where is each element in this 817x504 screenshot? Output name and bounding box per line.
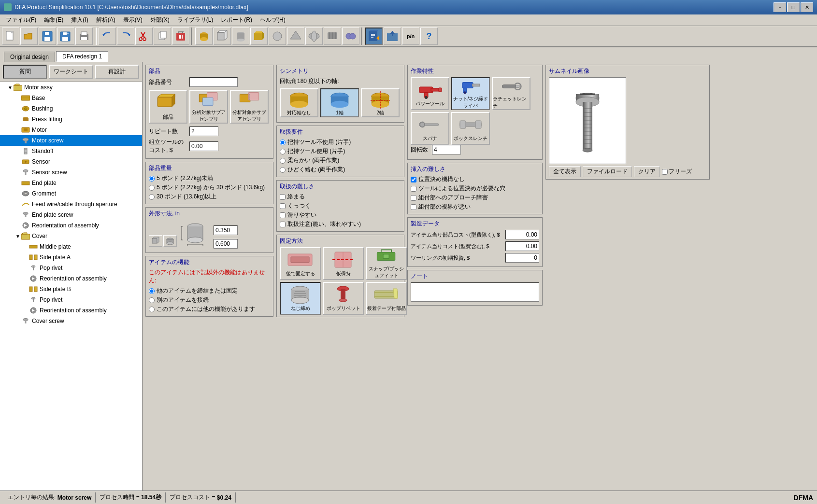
tree-item-standoff[interactable]: ▶ Standoff	[0, 146, 142, 156]
tree-item-motor[interactable]: ▶ Motor	[0, 125, 142, 135]
menu-external[interactable]: 外部(X)	[146, 15, 173, 25]
weight-radio-3[interactable]	[149, 194, 155, 200]
diff-check-1[interactable]	[280, 194, 286, 200]
rotation-input[interactable]	[432, 145, 461, 154]
toolbar-save[interactable]	[39, 28, 56, 45]
fasten-tape-btn[interactable]: 接着テープ付部品	[366, 282, 407, 315]
tree-item-pop-rivet2[interactable]: ▶ Pop rivet	[0, 294, 142, 305]
handling-option-4[interactable]: ひどく絡む (両手作業)	[280, 166, 401, 174]
insert-option-4[interactable]: 組付部の視界が悪い	[411, 203, 539, 211]
ext-assy-icon-btn[interactable]: 分析対象外サブアセンブリ	[230, 90, 269, 124]
menu-library[interactable]: ライブラリ(L)	[173, 15, 217, 25]
tree-item-base[interactable]: ▶ Base	[0, 93, 142, 103]
mfr-input-2[interactable]	[505, 241, 539, 251]
mfr-input-1[interactable]	[505, 230, 539, 239]
handling-option-3[interactable]: 柔らかい (両手作業)	[280, 156, 401, 165]
insert-check-3[interactable]	[411, 195, 416, 201]
tree-item-reorientation3[interactable]: ▶ Reorientation of assembly	[0, 305, 142, 316]
toolbar-3d-9[interactable]	[342, 28, 359, 45]
freeze-container[interactable]: フリーズ	[662, 166, 692, 177]
handling-radio-3[interactable]	[280, 158, 286, 164]
weight-option-3[interactable]: 30 ポンド (13.6kg)以上	[149, 193, 270, 201]
handling-radio-2[interactable]	[280, 149, 286, 154]
tree-item-reorientation1[interactable]: ▶ Reorientation of assembly	[0, 220, 142, 231]
handling-radio-1[interactable]	[280, 140, 286, 145]
menu-view[interactable]: 表示(V)	[119, 15, 146, 25]
tree-item-cover[interactable]: ▼ Cover	[0, 231, 142, 241]
work-nut-btn[interactable]: ナット/ネジ締ドライバ	[451, 77, 490, 110]
func-radio-2[interactable]	[149, 297, 155, 303]
show-all-btn[interactable]: 全て表示	[549, 166, 581, 177]
insert-check-4[interactable]	[411, 204, 416, 210]
tree-item-bushing[interactable]: ▶ Bushing	[0, 103, 142, 114]
insert-option-1[interactable]: 位置決め機構なし	[411, 175, 539, 183]
fasten-snap-btn[interactable]: スナップ/プッシュフィット	[366, 247, 407, 280]
work-wrench-btn[interactable]: スパナ	[411, 112, 449, 145]
menu-analyze[interactable]: 解析(A)	[92, 15, 119, 25]
tree-item-motor-assy[interactable]: ▼ Motor assy	[0, 82, 142, 93]
toolbar-print[interactable]	[75, 28, 93, 45]
toolbar-3d-5[interactable]	[269, 28, 286, 45]
fasten-temp-btn[interactable]: 仮保持	[323, 247, 364, 280]
sub-assy-icon-btn[interactable]: 分析対象サブアセンブリ	[189, 90, 228, 124]
work-ratchet-btn[interactable]: ラチェットレンチ	[492, 77, 530, 110]
toolbar-copy[interactable]	[154, 28, 171, 45]
shape-view-btn-1[interactable]	[149, 235, 162, 247]
toolbar-3d-7[interactable]	[305, 28, 323, 45]
tree-item-grommet[interactable]: ▶ Grommet	[0, 188, 142, 199]
toolbar-delete[interactable]	[172, 28, 189, 45]
diff-option-3[interactable]: 滑りやすい	[280, 211, 401, 219]
handling-radio-4[interactable]	[280, 167, 286, 173]
handling-option-1[interactable]: 把持ツール不使用 (片手)	[280, 138, 401, 146]
nav-worksheet-btn[interactable]: ワークシート	[49, 65, 93, 79]
toolbar-active-btn[interactable]	[365, 28, 383, 45]
func-radio-3[interactable]	[149, 307, 155, 312]
menu-file[interactable]: ファイル(F)	[2, 15, 40, 25]
part-icon-btn[interactable]: 部品	[149, 90, 187, 124]
func-option-1[interactable]: 他のアイテムを締結または固定	[149, 287, 270, 295]
fasten-screw-btn[interactable]: ねじ締め	[280, 282, 321, 315]
menu-edit[interactable]: 編集(E)	[40, 15, 67, 25]
func-option-2[interactable]: 別のアイテムを接続	[149, 296, 270, 304]
menu-insert[interactable]: 挿入(I)	[67, 15, 92, 25]
func-radio-1[interactable]	[149, 288, 155, 294]
toolbar-open[interactable]	[20, 28, 38, 45]
mfr-input-3[interactable]	[505, 253, 539, 263]
close-button[interactable]: ✕	[801, 2, 813, 12]
titlebar-controls[interactable]: － □ ✕	[774, 2, 813, 12]
diff-check-3[interactable]	[280, 212, 286, 218]
repeat-input[interactable]	[189, 126, 218, 136]
toolbar-new[interactable]	[2, 28, 19, 45]
tab-dfa-redesign[interactable]: DFA redesign 1	[56, 51, 108, 62]
toolbar-3d-6[interactable]	[287, 28, 304, 45]
fasten-later-btn[interactable]: 後で固定する	[280, 247, 321, 280]
shape-view-btn-2[interactable]	[163, 235, 177, 247]
tree-item-cover-screw[interactable]: ▶ Cover screw	[0, 316, 142, 326]
sym-no-axis-btn[interactable]: 対応軸なし	[280, 88, 318, 117]
toolbar-3d-8[interactable]	[324, 28, 341, 45]
sym-2axis-btn[interactable]: 2軸	[361, 88, 400, 117]
tree-item-press-fitting[interactable]: ▶ Press fitting	[0, 114, 142, 125]
tree-item-feed-wire[interactable]: ▶ Feed wire/cable through aperture	[0, 199, 142, 210]
tree-item-side-plate-b[interactable]: ▶ Side plate B	[0, 284, 142, 294]
toolbar-saveas[interactable]: +	[57, 28, 74, 45]
notes-textarea[interactable]	[411, 282, 539, 302]
menu-report[interactable]: レポート(R)	[217, 15, 256, 25]
tree-item-middle-plate[interactable]: ▶ Middle plate	[0, 241, 142, 252]
diff-check-4[interactable]	[280, 222, 286, 227]
toolbar-pn[interactable]: p/n	[402, 28, 419, 45]
tab-original-design[interactable]: Original design	[4, 52, 55, 62]
tree-item-motor-screw[interactable]: ▶ Motor screw	[0, 135, 142, 146]
weight-radio-1[interactable]	[149, 176, 155, 182]
diff-option-1[interactable]: 絡まる	[280, 193, 401, 201]
tree-item-side-plate-a[interactable]: ▶ Side plate A	[0, 252, 142, 263]
diff-option-4[interactable]: 取扱注意(脆い、壊れやすい)	[280, 220, 401, 228]
freeze-checkbox[interactable]	[662, 169, 668, 175]
tool-cost-input[interactable]	[189, 141, 218, 151]
toolbar-help[interactable]: ?	[420, 28, 438, 45]
clear-btn[interactable]: クリア	[634, 166, 660, 177]
insert-option-3[interactable]: 組付部へのアプローチ障害	[411, 194, 539, 202]
fasten-rivet-btn[interactable]: ポップリベット	[323, 282, 364, 315]
part-number-input[interactable]	[189, 77, 238, 87]
diff-option-2[interactable]: くっつく	[280, 202, 401, 210]
